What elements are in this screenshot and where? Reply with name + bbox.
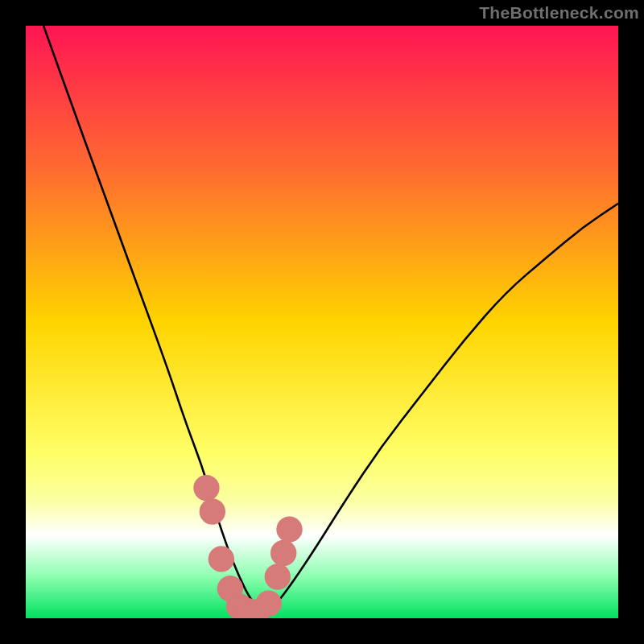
data-point <box>200 498 225 524</box>
data-point <box>270 540 296 566</box>
data-point <box>265 564 291 589</box>
watermark-text: TheBottleneck.com <box>479 3 639 22</box>
plot-area <box>26 26 618 618</box>
bottleneck-chart <box>26 26 618 618</box>
data-point <box>276 516 302 542</box>
data-point <box>256 590 282 616</box>
gradient-background <box>26 26 618 618</box>
data-point <box>193 475 219 501</box>
data-point <box>208 546 234 572</box>
